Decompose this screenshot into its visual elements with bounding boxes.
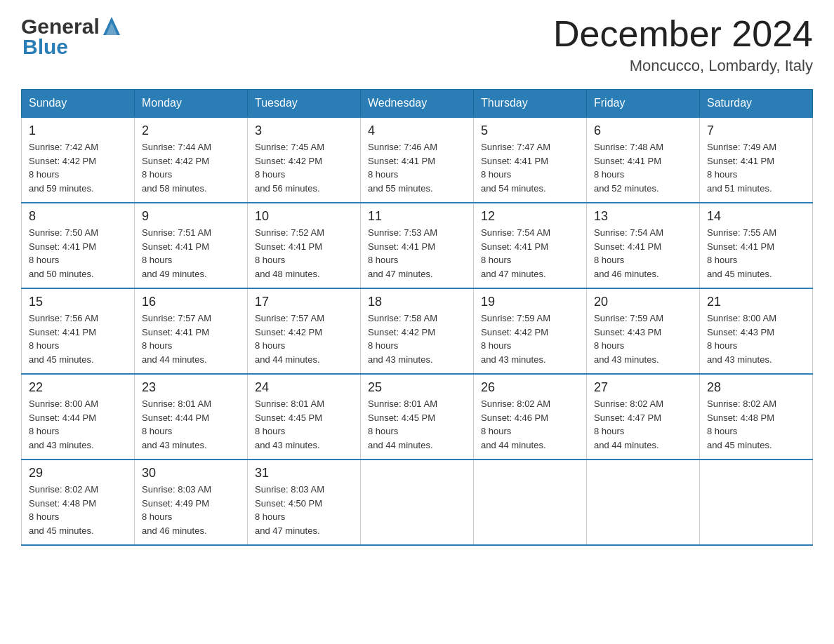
day-number: 7: [707, 123, 805, 138]
day-number: 13: [594, 209, 692, 224]
calendar-cell: 12Sunrise: 7:54 AMSunset: 4:41 PM8 hours…: [474, 203, 587, 288]
day-number: 22: [29, 380, 127, 395]
day-info: Sunrise: 7:56 AMSunset: 4:41 PM8 hoursan…: [29, 311, 127, 366]
day-info: Sunrise: 7:54 AMSunset: 4:41 PM8 hoursan…: [481, 226, 579, 281]
calendar-cell: 9Sunrise: 7:51 AMSunset: 4:41 PM8 hoursa…: [135, 203, 248, 288]
day-info: Sunrise: 8:02 AMSunset: 4:48 PM8 hoursan…: [29, 483, 127, 537]
day-info: Sunrise: 7:54 AMSunset: 4:41 PM8 hoursan…: [594, 226, 692, 281]
day-info: Sunrise: 8:00 AMSunset: 4:43 PM8 hoursan…: [707, 311, 805, 366]
calendar-cell: 13Sunrise: 7:54 AMSunset: 4:41 PM8 hours…: [587, 203, 700, 288]
calendar-cell: [587, 459, 700, 545]
day-number: 15: [29, 295, 127, 309]
calendar-cell: 16Sunrise: 7:57 AMSunset: 4:41 PM8 hours…: [135, 288, 248, 374]
day-info: Sunrise: 7:59 AMSunset: 4:43 PM8 hoursan…: [594, 311, 692, 366]
day-info: Sunrise: 7:47 AMSunset: 4:41 PM8 hoursan…: [481, 140, 579, 195]
calendar-header-row: SundayMondayTuesdayWednesdayThursdayFrid…: [22, 90, 813, 118]
calendar-cell: 22Sunrise: 8:00 AMSunset: 4:44 PM8 hours…: [22, 374, 135, 459]
day-number: 19: [481, 295, 579, 309]
logo: General Blue: [21, 14, 124, 59]
calendar-cell: 28Sunrise: 8:02 AMSunset: 4:48 PM8 hours…: [700, 374, 813, 459]
calendar-cell: 1Sunrise: 7:42 AMSunset: 4:42 PM8 hoursa…: [22, 117, 135, 203]
calendar-table: SundayMondayTuesdayWednesdayThursdayFrid…: [21, 89, 813, 546]
day-info: Sunrise: 7:46 AMSunset: 4:41 PM8 hoursan…: [368, 140, 466, 195]
day-number: 27: [594, 380, 692, 395]
calendar-cell: 3Sunrise: 7:45 AMSunset: 4:42 PM8 hoursa…: [248, 117, 361, 203]
calendar-week-row: 1Sunrise: 7:42 AMSunset: 4:42 PM8 hoursa…: [22, 117, 813, 203]
day-info: Sunrise: 8:00 AMSunset: 4:44 PM8 hoursan…: [29, 397, 127, 452]
calendar-cell: 18Sunrise: 7:58 AMSunset: 4:42 PM8 hours…: [361, 288, 474, 374]
day-number: 18: [368, 295, 466, 309]
day-info: Sunrise: 7:42 AMSunset: 4:42 PM8 hoursan…: [29, 140, 127, 195]
day-info: Sunrise: 7:57 AMSunset: 4:42 PM8 hoursan…: [255, 311, 353, 366]
day-info: Sunrise: 8:02 AMSunset: 4:46 PM8 hoursan…: [481, 397, 579, 452]
calendar-cell: [361, 459, 474, 545]
calendar-cell: 31Sunrise: 8:03 AMSunset: 4:50 PM8 hours…: [248, 459, 361, 545]
calendar-cell: [474, 459, 587, 545]
day-info: Sunrise: 7:59 AMSunset: 4:42 PM8 hoursan…: [481, 311, 579, 366]
calendar-cell: 4Sunrise: 7:46 AMSunset: 4:41 PM8 hoursa…: [361, 117, 474, 203]
calendar-week-row: 29Sunrise: 8:02 AMSunset: 4:48 PM8 hours…: [22, 459, 813, 545]
day-info: Sunrise: 8:02 AMSunset: 4:48 PM8 hoursan…: [707, 397, 805, 452]
header-monday: Monday: [135, 90, 248, 118]
day-info: Sunrise: 7:55 AMSunset: 4:41 PM8 hoursan…: [707, 226, 805, 281]
header-friday: Friday: [587, 90, 700, 118]
header-saturday: Saturday: [700, 90, 813, 118]
day-number: 8: [29, 209, 127, 224]
day-number: 24: [255, 380, 353, 395]
calendar-cell: 27Sunrise: 8:02 AMSunset: 4:47 PM8 hours…: [587, 374, 700, 459]
calendar-cell: 8Sunrise: 7:50 AMSunset: 4:41 PM8 hoursa…: [22, 203, 135, 288]
day-number: 30: [142, 466, 240, 481]
day-info: Sunrise: 7:51 AMSunset: 4:41 PM8 hoursan…: [142, 226, 240, 281]
day-info: Sunrise: 8:01 AMSunset: 4:45 PM8 hoursan…: [368, 397, 466, 452]
day-number: 3: [255, 123, 353, 138]
day-number: 11: [368, 209, 466, 224]
calendar-week-row: 15Sunrise: 7:56 AMSunset: 4:41 PM8 hours…: [22, 288, 813, 374]
header-thursday: Thursday: [474, 90, 587, 118]
day-number: 5: [481, 123, 579, 138]
day-number: 20: [594, 295, 692, 309]
day-info: Sunrise: 7:57 AMSunset: 4:41 PM8 hoursan…: [142, 311, 240, 366]
day-number: 16: [142, 295, 240, 309]
day-info: Sunrise: 8:01 AMSunset: 4:44 PM8 hoursan…: [142, 397, 240, 452]
calendar-cell: [700, 459, 813, 545]
calendar-cell: 11Sunrise: 7:53 AMSunset: 4:41 PM8 hours…: [361, 203, 474, 288]
logo-blue-text: Blue: [22, 35, 68, 58]
day-number: 25: [368, 380, 466, 395]
day-number: 2: [142, 123, 240, 138]
title-block: December 2024 Moncucco, Lombardy, Italy: [553, 14, 813, 75]
calendar-week-row: 22Sunrise: 8:00 AMSunset: 4:44 PM8 hours…: [22, 374, 813, 459]
calendar-cell: 30Sunrise: 8:03 AMSunset: 4:49 PM8 hours…: [135, 459, 248, 545]
header-wednesday: Wednesday: [361, 90, 474, 118]
calendar-cell: 19Sunrise: 7:59 AMSunset: 4:42 PM8 hours…: [474, 288, 587, 374]
calendar-cell: 25Sunrise: 8:01 AMSunset: 4:45 PM8 hours…: [361, 374, 474, 459]
day-number: 9: [142, 209, 240, 224]
day-number: 12: [481, 209, 579, 224]
day-info: Sunrise: 7:48 AMSunset: 4:41 PM8 hoursan…: [594, 140, 692, 195]
calendar-subtitle: Moncucco, Lombardy, Italy: [553, 57, 813, 75]
calendar-cell: 15Sunrise: 7:56 AMSunset: 4:41 PM8 hours…: [22, 288, 135, 374]
calendar-cell: 7Sunrise: 7:49 AMSunset: 4:41 PM8 hoursa…: [700, 117, 813, 203]
calendar-cell: 21Sunrise: 8:00 AMSunset: 4:43 PM8 hours…: [700, 288, 813, 374]
header-sunday: Sunday: [22, 90, 135, 118]
day-info: Sunrise: 8:02 AMSunset: 4:47 PM8 hoursan…: [594, 397, 692, 452]
day-info: Sunrise: 8:03 AMSunset: 4:49 PM8 hoursan…: [142, 483, 240, 537]
day-number: 4: [368, 123, 466, 138]
page-header: General Blue December 2024 Moncucco, Lom…: [21, 14, 813, 75]
calendar-cell: 5Sunrise: 7:47 AMSunset: 4:41 PM8 hoursa…: [474, 117, 587, 203]
day-number: 23: [142, 380, 240, 395]
day-number: 17: [255, 295, 353, 309]
day-info: Sunrise: 7:49 AMSunset: 4:41 PM8 hoursan…: [707, 140, 805, 195]
calendar-cell: 29Sunrise: 8:02 AMSunset: 4:48 PM8 hours…: [22, 459, 135, 545]
calendar-cell: 10Sunrise: 7:52 AMSunset: 4:41 PM8 hours…: [248, 203, 361, 288]
calendar-cell: 23Sunrise: 8:01 AMSunset: 4:44 PM8 hours…: [135, 374, 248, 459]
calendar-cell: 6Sunrise: 7:48 AMSunset: 4:41 PM8 hoursa…: [587, 117, 700, 203]
calendar-cell: 24Sunrise: 8:01 AMSunset: 4:45 PM8 hours…: [248, 374, 361, 459]
day-number: 26: [481, 380, 579, 395]
calendar-title: December 2024: [553, 14, 813, 54]
day-info: Sunrise: 7:45 AMSunset: 4:42 PM8 hoursan…: [255, 140, 353, 195]
day-info: Sunrise: 7:58 AMSunset: 4:42 PM8 hoursan…: [368, 311, 466, 366]
day-info: Sunrise: 7:44 AMSunset: 4:42 PM8 hoursan…: [142, 140, 240, 195]
calendar-cell: 20Sunrise: 7:59 AMSunset: 4:43 PM8 hours…: [587, 288, 700, 374]
day-number: 6: [594, 123, 692, 138]
day-number: 21: [707, 295, 805, 309]
